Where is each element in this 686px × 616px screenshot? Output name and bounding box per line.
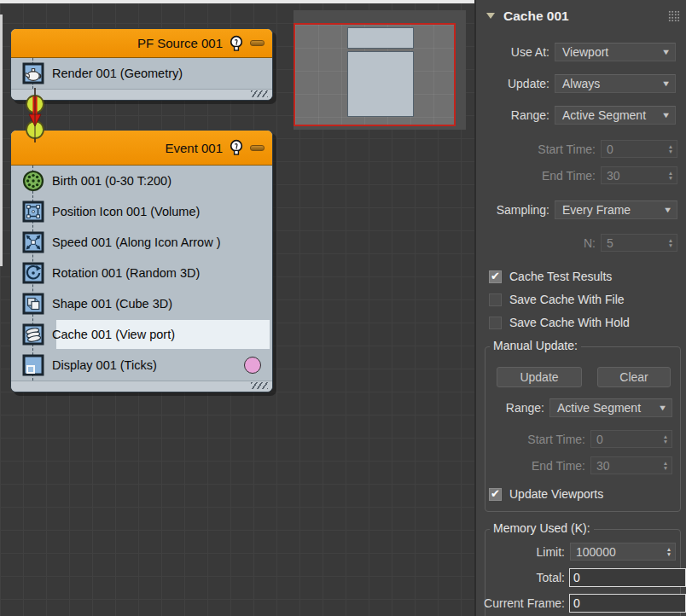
pf-source-node-footer (11, 89, 272, 100)
manual-end-time-label: End Time: (476, 456, 585, 475)
total-field[interactable] (569, 568, 686, 587)
dropdown-arrow-icon: ▼ (658, 404, 667, 412)
display-icon (22, 354, 44, 376)
sampling-label: Sampling: (476, 200, 549, 219)
spinner-arrows-icon[interactable]: ▲▼ (660, 431, 671, 447)
pf-source-node-body: Render 001 (Geometry) (11, 58, 272, 89)
navigator-view-rect[interactable] (294, 23, 456, 126)
teapot-icon (22, 62, 44, 84)
action-row-rotation[interactable]: Rotation 001 (Random 3D) (11, 258, 272, 288)
save-cache-with-hold-label: Save Cache With Hold (509, 316, 630, 329)
limit-label: Limit: (476, 543, 565, 561)
action-row-display[interactable]: Display 001 (Ticks) (11, 350, 272, 381)
sampling-dropdown[interactable]: Every Frame ▼ (555, 200, 677, 219)
end-time-label: End Time: (476, 166, 596, 185)
manual-end-time-spinner[interactable]: ▲▼ (590, 456, 672, 474)
left-edge-strip (0, 15, 3, 266)
cache-test-results-label: Cache Test Results (509, 270, 612, 283)
memory-used-group-label: Memory Used (K): (490, 521, 594, 535)
action-row-label: Birth 001 (0-30 T:200) (52, 174, 172, 188)
dropdown-arrow-icon: ▼ (661, 48, 671, 56)
update-button[interactable]: Update (497, 367, 582, 387)
spinner-arrows-icon[interactable]: ▲▼ (665, 141, 677, 157)
action-row-position-icon[interactable]: Position Icon 001 (Volume) (11, 196, 272, 227)
action-row-label: Render 001 (Geometry) (52, 67, 183, 80)
rollout-title[interactable]: Cache 001 (503, 9, 569, 24)
pf-source-node-title: PF Source 001 (137, 36, 223, 50)
event-node-header[interactable]: Event 001 (11, 131, 272, 166)
clear-button[interactable]: Clear (597, 367, 671, 387)
dropdown-arrow-icon: ▼ (661, 111, 671, 119)
cache-test-results-checkbox[interactable]: Cache Test Results (489, 270, 612, 283)
update-viewports-checkbox[interactable]: Update Viewports (489, 487, 603, 501)
collapse-dash-icon[interactable] (250, 40, 265, 46)
navigator-pf-source-miniature (347, 27, 414, 49)
action-row-birth[interactable]: Birth 001 (0-30 T:200) (11, 166, 272, 196)
action-row-speed[interactable]: Speed 001 (Along Icon Arrow ) (11, 227, 272, 258)
speed-icon (22, 231, 44, 253)
end-time-input[interactable] (602, 167, 665, 183)
manual-range-dropdown[interactable]: Active Segment ▼ (549, 398, 672, 417)
parameters-panel: Cache 001 Use At: Viewport ▼ Update: Alw… (474, 0, 686, 616)
start-time-input[interactable] (602, 141, 665, 157)
n-spinner[interactable]: ▲▼ (601, 234, 677, 252)
resize-grip-icon[interactable] (251, 90, 268, 97)
limit-spinner[interactable]: ▲▼ (570, 543, 676, 561)
start-time-label: Start Time: (476, 140, 596, 159)
checkbox-icon[interactable] (489, 317, 502, 329)
sampling-value: Every Frame (562, 203, 631, 217)
action-row-render[interactable]: Render 001 (Geometry) (11, 58, 272, 89)
save-cache-with-file-checkbox[interactable]: Save Cache With File (489, 293, 625, 306)
cache-icon (22, 323, 44, 346)
start-time-spinner[interactable]: ▲▼ (601, 140, 677, 158)
update-dropdown[interactable]: Always ▼ (555, 74, 676, 93)
rollout-collapse-arrow-icon[interactable] (486, 13, 495, 19)
update-label: Update: (476, 74, 549, 93)
range-dropdown[interactable]: Active Segment ▼ (555, 106, 676, 125)
spinner-arrows-icon[interactable]: ▲▼ (665, 235, 677, 251)
display-color-swatch[interactable] (244, 357, 261, 374)
lamp-bulb-icon[interactable] (228, 139, 245, 156)
spinner-arrows-icon[interactable]: ▲▼ (663, 543, 675, 560)
current-frame-field[interactable] (569, 594, 686, 613)
checkbox-icon[interactable] (489, 293, 502, 306)
grip-dots-icon[interactable] (668, 10, 680, 21)
manual-start-time-spinner[interactable]: ▲▼ (590, 430, 672, 448)
position-icon (22, 200, 44, 223)
manual-update-group-label: Manual Update: (490, 339, 581, 352)
pf-source-node-header[interactable]: PF Source 001 (11, 29, 272, 58)
checkbox-check-icon[interactable] (489, 488, 502, 501)
action-row-label: Shape 001 (Cube 3D) (52, 297, 172, 311)
resize-grip-icon[interactable] (251, 382, 268, 389)
lamp-bulb-icon[interactable] (228, 35, 245, 52)
pf-source-node[interactable]: PF Source 001 Render 001 (Geometry) (10, 28, 273, 101)
event-node-footer (11, 381, 272, 392)
event-node-body: Birth 001 (0-30 T:200) Position Icon 001… (11, 166, 272, 381)
current-frame-label: Current Frame: (476, 594, 565, 613)
event-node[interactable]: Event 001 (10, 130, 273, 392)
checkbox-check-icon[interactable] (489, 270, 502, 283)
n-input[interactable] (602, 235, 665, 251)
manual-start-time-label: Start Time: (476, 430, 585, 449)
action-row-shape[interactable]: Shape 001 (Cube 3D) (11, 288, 272, 319)
dropdown-arrow-icon: ▼ (663, 206, 672, 214)
event-wire-connector[interactable] (22, 88, 48, 142)
update-viewports-label: Update Viewports (509, 487, 603, 501)
dropdown-arrow-icon: ▼ (661, 79, 671, 88)
manual-start-time-input[interactable] (591, 431, 660, 447)
limit-input[interactable] (571, 543, 663, 560)
range-label: Range: (476, 106, 549, 125)
particle-view-window: PF Source 001 Render 001 (Geometry) (0, 0, 686, 616)
spinner-arrows-icon[interactable]: ▲▼ (660, 457, 671, 474)
collapse-dash-icon[interactable] (250, 145, 265, 151)
action-row-label: Position Icon 001 (Volume) (52, 205, 200, 218)
manual-end-time-input[interactable] (591, 457, 660, 474)
spinner-arrows-icon[interactable]: ▲▼ (665, 167, 677, 183)
save-cache-with-hold-checkbox[interactable]: Save Cache With Hold (489, 316, 630, 329)
action-row-cache[interactable]: Cache 001 (View port) (11, 319, 272, 350)
end-time-spinner[interactable]: ▲▼ (601, 166, 677, 184)
rotation-icon (22, 262, 44, 284)
use-at-dropdown[interactable]: Viewport ▼ (555, 43, 676, 61)
manual-range-value: Active Segment (557, 401, 641, 415)
action-row-label: Rotation 001 (Random 3D) (52, 266, 200, 280)
